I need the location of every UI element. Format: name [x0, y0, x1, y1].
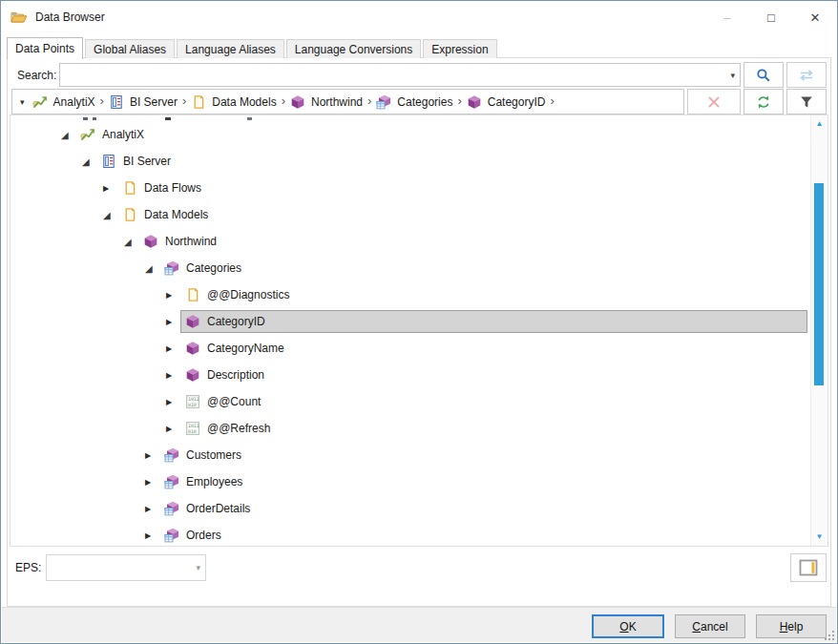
breadcrumb-label: BI Server: [130, 95, 178, 109]
tree-item-label: @@Diagnostics: [207, 288, 289, 301]
swap-button[interactable]: [786, 62, 827, 88]
ok-button[interactable]: OK: [592, 614, 664, 638]
tree-row: ◢Data Models: [10, 201, 811, 228]
tree-scrollbar[interactable]: ▲ ▼: [810, 115, 828, 546]
tree-item-analytix[interactable]: AnalytiX: [75, 123, 807, 146]
expand-arrow-icon[interactable]: ▶: [145, 478, 159, 487]
breadcrumb-label: Northwind: [311, 95, 363, 109]
folder-icon: [122, 180, 137, 196]
breadcrumb-item-categoryid[interactable]: CategoryID: [467, 94, 546, 110]
scrollbar-thumb[interactable]: [814, 183, 824, 385]
maximize-button[interactable]: □: [749, 1, 793, 33]
breadcrumb-separator-icon: ›: [367, 93, 371, 108]
expand-arrow-icon[interactable]: ▶: [145, 505, 159, 513]
binary-icon: 1011010: [185, 394, 200, 409]
tree-item-categoryid[interactable]: CategoryID: [180, 310, 807, 333]
folder-icon: [191, 94, 206, 110]
cube-icon: [467, 94, 482, 110]
collapse-arrow-icon[interactable]: ◢: [145, 263, 159, 274]
tree-item-orderdetails[interactable]: OrderDetails: [159, 497, 807, 520]
tree-item-label: Customers: [186, 448, 241, 462]
tree-item-employees[interactable]: Employees: [159, 470, 807, 493]
breadcrumb-separator-icon: ›: [550, 93, 554, 108]
tree-item-northwind[interactable]: Northwind: [138, 230, 807, 253]
chevron-down-icon[interactable]: ▾: [20, 97, 25, 107]
search-input[interactable]: [60, 64, 740, 86]
close-button[interactable]: ✕: [793, 1, 837, 33]
help-button[interactable]: Help: [756, 614, 827, 638]
cancel-button[interactable]: Cancel: [675, 614, 745, 638]
tree-item-diagnostics[interactable]: @@Diagnostics: [180, 283, 807, 306]
tab-language-conversions[interactable]: Language Conversions: [286, 39, 421, 58]
tree-item-description[interactable]: Description: [180, 364, 807, 386]
tree-item-categories[interactable]: Categories: [159, 257, 807, 280]
data-points-tree: ◢AnalytiX◢BI Server▶Data Flows◢Data Mode…: [10, 114, 828, 547]
scroll-up-icon[interactable]: ▲: [811, 119, 828, 128]
data-points-page: Search: ▾ ▾ AnalytiX›BI Server›Data Mode…: [7, 57, 831, 607]
panel-toggle-button[interactable]: [790, 553, 827, 582]
collapse-arrow-icon[interactable]: ◢: [82, 156, 96, 167]
table-icon: [376, 94, 391, 110]
expand-arrow-icon[interactable]: ▶: [145, 451, 159, 460]
eps-row: EPS: ▾: [11, 553, 827, 582]
expand-arrow-icon[interactable]: ▶: [166, 318, 180, 326]
expand-arrow-icon[interactable]: ▶: [166, 371, 180, 380]
tab-global-aliases[interactable]: Global Aliases: [85, 39, 175, 58]
clear-button[interactable]: [687, 89, 741, 114]
tree-item-count[interactable]: 1011010@@Count: [180, 390, 807, 413]
expand-arrow-icon[interactable]: ▶: [166, 425, 180, 433]
tree-row: ▶Customers: [10, 442, 811, 468]
breadcrumb-item-data-models[interactable]: Data Models: [191, 94, 276, 110]
refresh-button[interactable]: [744, 89, 784, 114]
tree-item-label: Categories: [186, 261, 241, 275]
collapse-arrow-icon[interactable]: ◢: [103, 210, 117, 220]
tree-row: ▶1011010@@Count: [10, 388, 811, 415]
expand-arrow-icon[interactable]: ▶: [145, 531, 159, 540]
breadcrumb-separator-icon: ›: [457, 93, 461, 108]
tree-row: ▶OrderDetails: [10, 495, 811, 522]
chevron-down-icon[interactable]: ▾: [730, 71, 735, 80]
expand-arrow-icon[interactable]: ▶: [166, 344, 180, 353]
tree-item-customers[interactable]: Customers: [159, 444, 807, 467]
tree-item-refresh[interactable]: 1011010@@Refresh: [180, 417, 807, 440]
svg-text:1011: 1011: [188, 424, 199, 428]
tree-item-label: AnalytiX: [102, 128, 144, 141]
tree-row: ▶CategoryID: [10, 308, 811, 335]
tree-item-data-models[interactable]: Data Models: [117, 203, 807, 226]
resize-grip[interactable]: [825, 631, 835, 641]
tab-language-aliases[interactable]: Language Aliases: [177, 39, 284, 58]
scroll-down-icon[interactable]: ▼: [811, 532, 828, 541]
tab-expression[interactable]: Expression: [423, 39, 496, 58]
filter-button[interactable]: [786, 89, 827, 114]
tab-data-points[interactable]: Data Points: [7, 37, 83, 59]
tree-item-label: @@Refresh: [207, 422, 270, 435]
tree-item-label: Data Flows: [144, 181, 201, 195]
tree-row: ▶CategoryName: [10, 335, 811, 362]
folder-icon: [122, 207, 137, 222]
tree-item-data-flows[interactable]: Data Flows: [117, 177, 807, 199]
cube-icon: [143, 234, 158, 249]
expand-arrow-icon[interactable]: ▶: [166, 291, 180, 300]
breadcrumb-item-analytix[interactable]: AnalytiX: [32, 94, 95, 110]
expand-arrow-icon[interactable]: ▶: [166, 398, 180, 406]
expand-arrow-icon[interactable]: ▶: [103, 184, 117, 193]
footer-bar: OK Cancel Help: [2, 607, 836, 642]
window-controls: – □ ✕: [705, 1, 837, 33]
tree-item-bi-server[interactable]: BI Server: [96, 150, 807, 173]
eps-combobox[interactable]: ▾: [46, 554, 206, 581]
minimize-button[interactable]: –: [705, 1, 749, 33]
breadcrumb-item-northwind[interactable]: Northwind: [290, 94, 363, 110]
tree-item-orders[interactable]: Orders: [159, 524, 807, 546]
collapse-arrow-icon[interactable]: ◢: [61, 130, 75, 140]
search-button[interactable]: [744, 62, 784, 88]
breadcrumb-label: Categories: [397, 95, 452, 109]
window-title: Data Browser: [35, 10, 105, 24]
breadcrumb-item-categories[interactable]: Categories: [376, 94, 452, 110]
search-icon: [756, 68, 771, 83]
breadcrumb-item-bi-server[interactable]: BI Server: [109, 94, 178, 110]
breadcrumb-separator-icon: ›: [100, 93, 104, 108]
tree-item-categoryname[interactable]: CategoryName: [180, 337, 807, 360]
tree-row: ▶@@Diagnostics: [10, 281, 811, 308]
collapse-arrow-icon[interactable]: ◢: [124, 237, 138, 247]
breadcrumb-label: AnalytiX: [53, 95, 95, 109]
